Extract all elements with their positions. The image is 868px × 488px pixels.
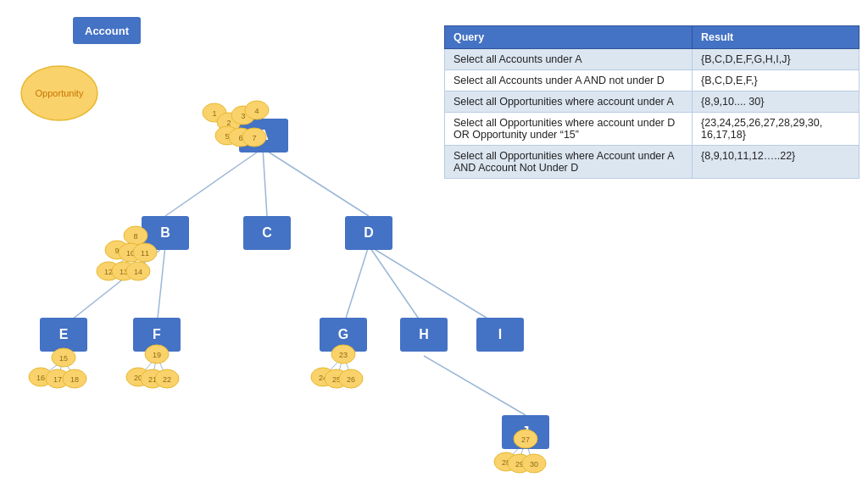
result-cell: {8,9,10,11,12…..22} <box>693 146 860 179</box>
col-result: Result <box>693 26 860 49</box>
svg-line-20 <box>369 246 424 326</box>
svg-text:17: 17 <box>53 375 62 384</box>
svg-text:3: 3 <box>241 112 245 120</box>
svg-text:D: D <box>364 225 374 240</box>
svg-text:I: I <box>498 327 502 341</box>
svg-text:15: 15 <box>59 354 68 363</box>
svg-text:4: 4 <box>254 107 259 115</box>
legend-account-label: Account <box>85 25 130 37</box>
svg-text:22: 22 <box>163 375 171 384</box>
diagram-area: Account Opportunity <box>0 0 576 488</box>
svg-line-0 <box>165 148 263 216</box>
svg-text:C: C <box>262 225 272 240</box>
svg-text:1: 1 <box>212 109 216 118</box>
svg-text:26: 26 <box>347 375 355 384</box>
svg-line-2 <box>263 148 369 216</box>
legend-opportunity-label: Opportunity <box>36 88 84 98</box>
svg-text:27: 27 <box>521 435 530 444</box>
svg-text:19: 19 <box>153 351 161 359</box>
svg-text:12: 12 <box>104 268 113 276</box>
svg-line-22 <box>424 356 526 415</box>
svg-text:7: 7 <box>252 134 256 142</box>
svg-text:18: 18 <box>70 375 79 384</box>
svg-text:14: 14 <box>134 268 142 276</box>
svg-text:B: B <box>160 225 170 240</box>
result-cell: {B,C,D,E,F,G,H,I,J} <box>693 49 860 70</box>
svg-line-21 <box>369 246 500 326</box>
svg-text:30: 30 <box>530 460 538 469</box>
svg-text:2: 2 <box>226 119 231 127</box>
svg-text:11: 11 <box>141 249 149 258</box>
svg-text:G: G <box>338 327 348 341</box>
result-cell: {8,9,10.... 30} <box>693 92 860 113</box>
svg-line-19 <box>343 246 369 326</box>
svg-text:16: 16 <box>36 374 45 382</box>
svg-text:H: H <box>419 327 429 341</box>
result-cell: {B,C,D,E,F,} <box>693 70 860 92</box>
svg-text:8: 8 <box>133 232 137 241</box>
svg-line-1 <box>263 148 267 216</box>
svg-text:23: 23 <box>339 351 348 359</box>
result-cell: {23,24,25,26,27,28,29,30, 16,17,18} <box>693 113 860 146</box>
svg-line-11 <box>157 246 165 326</box>
svg-text:F: F <box>153 327 161 341</box>
svg-text:E: E <box>59 327 69 341</box>
hierarchy-diagram: Account Opportunity <box>0 0 576 488</box>
